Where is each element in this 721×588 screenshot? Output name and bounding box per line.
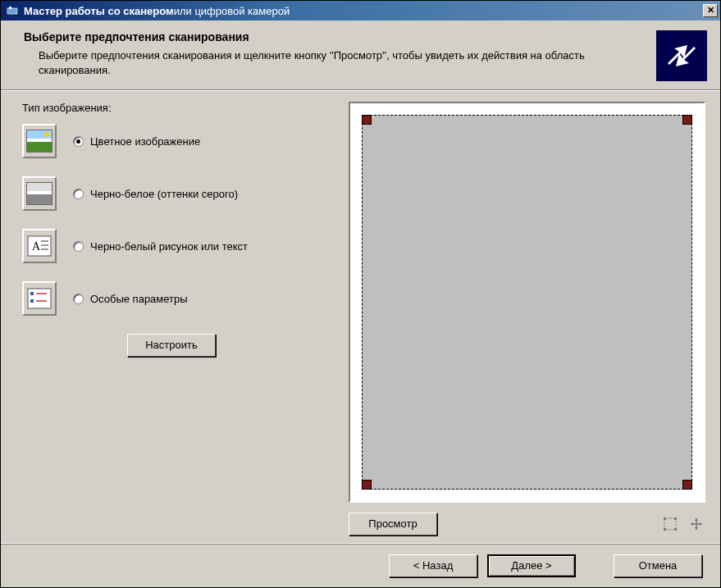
fit-view-icon[interactable] [687, 515, 705, 533]
handle-bottom-left[interactable] [362, 480, 372, 490]
image-type-label: Тип изображения: [22, 102, 334, 114]
svg-rect-13 [664, 517, 666, 520]
option-label: Цветное изображение [90, 135, 200, 148]
option-row-color: Цветное изображение [22, 124, 334, 158]
svg-rect-0 [7, 8, 17, 14]
close-button[interactable]: ✕ [703, 4, 718, 17]
wizard-content: Тип изображения: Цветное изображение Чер… [1, 89, 720, 545]
preview-toolbar: Просмотр [349, 513, 705, 536]
radio-custom[interactable]: Особые параметры [73, 293, 188, 305]
select-region-icon[interactable] [661, 515, 679, 533]
preview-button[interactable]: Просмотр [349, 513, 437, 536]
wizard-header: Выберите предпочтения сканирования Выбер… [1, 21, 720, 89]
handle-bottom-right[interactable] [682, 480, 692, 490]
header-title: Выберите предпочтения сканирования [24, 30, 646, 43]
cancel-button[interactable]: Отмена [614, 554, 702, 577]
svg-rect-14 [674, 517, 677, 520]
radio-bw-text[interactable]: Черно-белый рисунок или текст [73, 240, 248, 253]
wizard-window: Мастер работы со сканером или цифровой к… [0, 0, 721, 588]
svg-text:A: A [32, 240, 41, 253]
handle-top-left[interactable] [362, 115, 372, 125]
grayscale-image-icon[interactable] [22, 176, 57, 211]
option-row-grayscale: Черно-белое (оттенки серого) [22, 176, 334, 211]
preview-area[interactable] [349, 102, 705, 503]
option-label: Черно-белое (оттенки серого) [90, 188, 238, 200]
option-label: Черно-белый рисунок или текст [90, 240, 248, 253]
close-icon: ✕ [707, 5, 714, 15]
title-rest: или цифровой камерой [174, 5, 290, 17]
svg-rect-8 [30, 292, 34, 295]
radio-dot-icon [73, 189, 84, 199]
option-label: Особые параметры [90, 293, 188, 305]
back-button[interactable]: < Назад [389, 554, 477, 577]
color-image-icon[interactable] [22, 124, 57, 158]
titlebar: Мастер работы со сканером или цифровой к… [1, 1, 720, 21]
svg-rect-16 [674, 528, 677, 531]
title-main: Мастер работы со сканером [24, 5, 174, 17]
next-button[interactable]: Далее > [487, 554, 576, 577]
radio-dot-icon [73, 241, 84, 252]
preview-panel: Просмотр [349, 102, 705, 536]
option-row-custom: Особые параметры [22, 281, 334, 316]
options-panel: Тип изображения: Цветное изображение Чер… [22, 102, 334, 536]
app-icon [6, 4, 19, 17]
radio-dot-icon [73, 294, 84, 304]
option-row-bw-text: A Черно-белый рисунок или текст [22, 229, 334, 263]
svg-rect-1 [9, 7, 11, 9]
handle-top-right[interactable] [682, 115, 692, 125]
configure-button[interactable]: Настроить [127, 334, 216, 357]
svg-rect-10 [30, 299, 34, 303]
wizard-footer: < Назад Далее > Отмена [1, 545, 720, 587]
custom-settings-icon[interactable] [22, 281, 57, 316]
svg-rect-15 [664, 528, 666, 531]
selection-rectangle[interactable] [362, 115, 692, 490]
bw-text-icon[interactable]: A [22, 229, 57, 263]
radio-dot-icon [73, 136, 84, 147]
svg-rect-7 [28, 289, 51, 308]
scan-wizard-icon [656, 30, 707, 81]
svg-rect-12 [664, 518, 676, 530]
radio-color[interactable]: Цветное изображение [73, 135, 200, 148]
header-subtitle: Выберите предпочтения сканирования и щел… [24, 48, 598, 77]
radio-grayscale[interactable]: Черно-белое (оттенки серого) [73, 188, 238, 200]
